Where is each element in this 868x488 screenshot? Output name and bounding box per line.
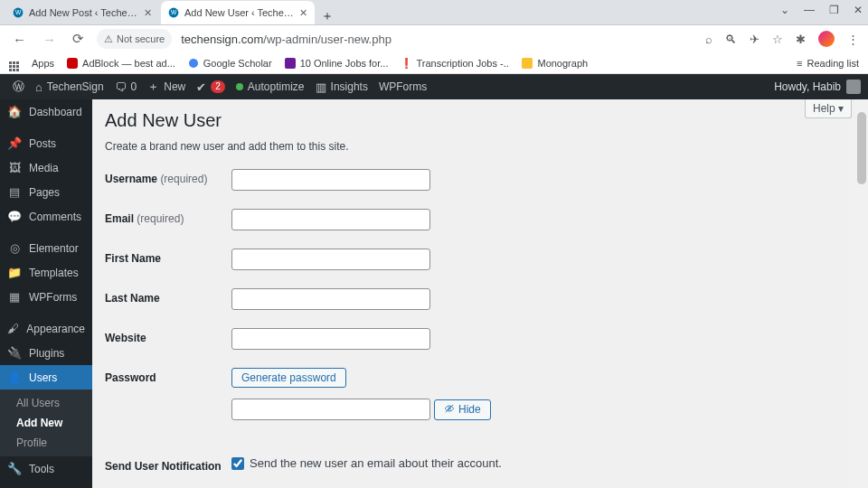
sidebar-item-pages[interactable]: ▤Pages bbox=[0, 180, 92, 204]
bookmark-item[interactable]: Monograph bbox=[522, 58, 588, 69]
label-send-notification: Send User Notification bbox=[105, 456, 231, 473]
submenu-all-users[interactable]: All Users bbox=[0, 393, 92, 413]
insights-label: Insights bbox=[331, 80, 368, 93]
generate-password-button[interactable]: Generate password bbox=[231, 368, 346, 388]
username-input[interactable] bbox=[231, 169, 430, 191]
wpforms-icon: ▦ bbox=[7, 290, 22, 304]
security-chip[interactable]: ⚠ Not secure bbox=[97, 29, 172, 49]
address-bar[interactable]: techensign.com/wp-admin/user-new.php bbox=[181, 33, 392, 46]
send-icon[interactable]: ✈ bbox=[750, 33, 760, 46]
send-notification-checkbox[interactable] bbox=[231, 457, 244, 470]
bookmark-item[interactable]: 10 Online Jobs for... bbox=[285, 58, 389, 69]
autoptimize-item[interactable]: Autoptimize bbox=[231, 80, 310, 93]
url-path: /wp-admin/user-new.php bbox=[263, 33, 392, 46]
insights-adminbar-item[interactable]: ▥Insights bbox=[310, 80, 373, 94]
sidebar-item-comments[interactable]: 💬Comments bbox=[0, 204, 92, 229]
forward-button[interactable]: → bbox=[39, 32, 60, 47]
bookmark-item[interactable]: AdBlock — best ad... bbox=[67, 58, 175, 69]
wpforms-adminbar-item[interactable]: WPForms bbox=[373, 80, 432, 93]
label-username: Username (required) bbox=[105, 169, 231, 185]
browser-tab-1[interactable]: W Add New User ‹ TechenSign — W ✕ bbox=[161, 1, 315, 24]
sidebar-item-tools[interactable]: 🔧Tools bbox=[0, 456, 92, 481]
hide-password-button[interactable]: Hide bbox=[434, 399, 491, 420]
zoom-icon[interactable]: 🔍︎ bbox=[725, 33, 737, 46]
sidebar-item-appearance[interactable]: 🖌Appearance bbox=[0, 316, 92, 341]
close-tab-icon[interactable]: ✕ bbox=[299, 7, 307, 19]
last-name-input[interactable] bbox=[231, 288, 430, 310]
user-avatar-icon[interactable] bbox=[846, 80, 861, 94]
pin-icon: 📌 bbox=[7, 136, 22, 150]
sidebar-item-media[interactable]: 🖼Media bbox=[0, 155, 92, 180]
window-controls: ⌄ — ❐ ✕ bbox=[780, 4, 863, 16]
site-name-item[interactable]: ⌂TechenSign bbox=[30, 80, 109, 94]
sidebar-item-posts[interactable]: 📌Posts bbox=[0, 131, 92, 155]
label-password: Password bbox=[105, 368, 231, 384]
warning-triangle-icon: ⚠ bbox=[104, 33, 113, 45]
bookmark-item[interactable]: ❗Transcription Jobs -... bbox=[401, 58, 509, 69]
sidebar-item-templates[interactable]: 📁Templates bbox=[0, 260, 92, 285]
bookmark-label: Google Scholar bbox=[203, 58, 272, 69]
plug-icon: 🔌 bbox=[7, 346, 22, 360]
sidebar-item-label: Templates bbox=[29, 267, 79, 279]
bookmark-label: AdBlock — best ad... bbox=[82, 58, 175, 69]
admin-sidebar: 🏠Dashboard 📌Posts 🖼Media ▤Pages 💬Comment… bbox=[0, 99, 92, 488]
apps-button[interactable] bbox=[9, 55, 19, 71]
content-area: Help ▾ Add New User Create a brand new u… bbox=[92, 99, 868, 488]
wordpress-logo-icon: Ⓦ bbox=[13, 79, 24, 95]
close-window-icon[interactable]: ✕ bbox=[854, 4, 863, 16]
home-icon: ⌂ bbox=[35, 80, 42, 94]
back-button[interactable]: ← bbox=[9, 32, 30, 47]
comment-icon: 💬 bbox=[7, 210, 22, 223]
reading-list-button[interactable]: ≡ Reading list bbox=[797, 58, 859, 69]
extensions-icon[interactable]: ✱ bbox=[796, 33, 806, 46]
sidebar-item-users[interactable]: 👤Users bbox=[0, 365, 92, 389]
scrollbar-thumb[interactable] bbox=[857, 112, 866, 184]
help-tab[interactable]: Help ▾ bbox=[805, 99, 852, 118]
submenu-profile[interactable]: Profile bbox=[0, 433, 92, 453]
scrollbar-track[interactable] bbox=[855, 99, 868, 488]
elementor-icon: ◎ bbox=[7, 241, 22, 255]
reload-button[interactable]: ⟳ bbox=[69, 31, 88, 47]
profile-avatar-icon[interactable] bbox=[818, 31, 835, 47]
validate-badge: 2 bbox=[211, 80, 225, 93]
email-input[interactable] bbox=[231, 209, 430, 230]
maximize-icon[interactable]: ❐ bbox=[829, 4, 839, 16]
sidebar-item-elementor[interactable]: ◎Elementor bbox=[0, 236, 92, 260]
key-icon[interactable]: ⌕ bbox=[705, 33, 712, 46]
bookmark-item[interactable]: Google Scholar bbox=[188, 58, 272, 69]
kebab-menu-icon[interactable]: ⋮ bbox=[847, 33, 859, 46]
sidebar-item-label: Comments bbox=[29, 211, 81, 223]
caret-down-icon[interactable]: ⌄ bbox=[780, 4, 789, 16]
wpforms-label: WPForms bbox=[379, 80, 427, 93]
star-icon[interactable]: ☆ bbox=[772, 33, 783, 46]
website-input[interactable] bbox=[231, 328, 430, 350]
label-website: Website bbox=[105, 328, 231, 344]
howdy-text[interactable]: Howdy, Habib bbox=[774, 80, 841, 93]
password-input[interactable] bbox=[231, 399, 430, 420]
sidebar-item-plugins[interactable]: 🔌Plugins bbox=[0, 341, 92, 365]
validate-item[interactable]: ✔2 bbox=[191, 80, 231, 94]
site-name: TechenSign bbox=[47, 80, 104, 93]
close-tab-icon[interactable]: ✕ bbox=[144, 7, 152, 19]
templates-icon: 📁 bbox=[7, 266, 22, 279]
sidebar-item-wpforms[interactable]: ▦WPForms bbox=[0, 285, 92, 309]
submenu-add-new[interactable]: Add New bbox=[0, 413, 92, 433]
eye-slash-icon bbox=[444, 403, 455, 417]
apps-label[interactable]: Apps bbox=[32, 58, 54, 69]
browser-tab-0[interactable]: W Add New Post ‹ TechenSign — W ✕ bbox=[5, 1, 159, 24]
new-tab-button[interactable]: ＋ bbox=[316, 8, 338, 24]
first-name-input[interactable] bbox=[231, 249, 430, 270]
minimize-icon[interactable]: — bbox=[804, 4, 815, 16]
brush-icon: 🖌 bbox=[7, 322, 19, 335]
svg-point-4 bbox=[189, 59, 198, 68]
comments-item[interactable]: 🗨0 bbox=[109, 80, 143, 94]
new-item[interactable]: ＋New bbox=[142, 79, 191, 95]
users-submenu: All Users Add New Profile bbox=[0, 389, 92, 456]
page-icon: ▤ bbox=[7, 185, 22, 199]
sidebar-item-settings[interactable]: ⚙Settings bbox=[0, 481, 92, 488]
comments-count: 0 bbox=[131, 80, 137, 93]
sidebar-item-dashboard[interactable]: 🏠Dashboard bbox=[0, 99, 92, 124]
wp-logo[interactable]: Ⓦ bbox=[7, 79, 30, 95]
bookmark-label: Transcription Jobs -... bbox=[416, 58, 509, 69]
comment-bubble-icon: 🗨 bbox=[115, 80, 127, 94]
